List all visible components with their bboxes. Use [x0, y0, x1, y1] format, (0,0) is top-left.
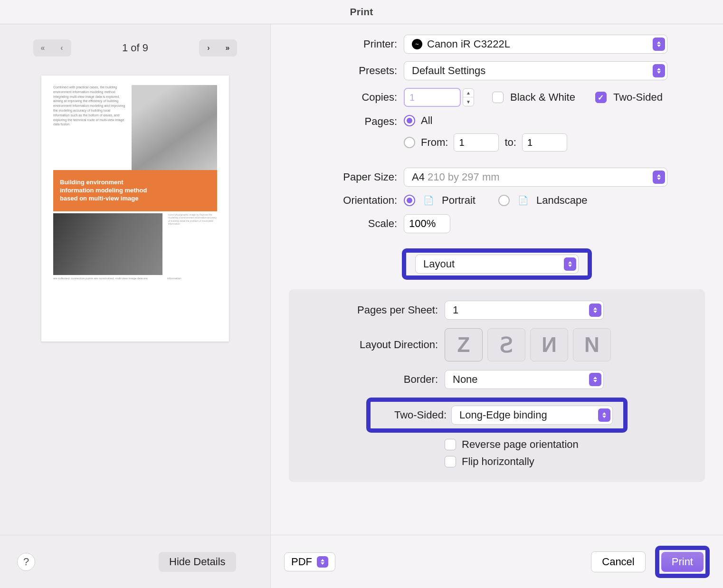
print-button-highlight: Print	[655, 546, 710, 578]
paper-size-select[interactable]: A4 210 by 297 mm	[404, 168, 667, 187]
paper-size-label: Paper Size:	[285, 171, 404, 183]
preview-thumbnail: Combined with practical cases, the build…	[41, 76, 229, 341]
copies-stepper[interactable]: ▲ ▼	[404, 88, 474, 107]
presets-label: Presets:	[285, 65, 404, 77]
reverse-orientation-label: Reverse page orientation	[462, 438, 579, 451]
black-white-checkbox[interactable]	[492, 92, 504, 103]
print-button[interactable]: Print	[661, 552, 704, 572]
hide-details-button[interactable]: Hide Details	[159, 552, 236, 572]
portrait-radio[interactable]	[404, 195, 415, 206]
layout-direction-label: Layout Direction:	[297, 339, 445, 351]
thumb-banner: Building environment information modelin…	[53, 170, 217, 211]
thumb-footer: are collected; connection points are con…	[53, 277, 153, 280]
two-sided-value: Long-Edge binding	[459, 409, 547, 421]
flip-horizontally-label: Flip horizontally	[462, 455, 534, 468]
printer-value: Canon iR C3222L	[427, 38, 510, 50]
select-handle-icon	[564, 257, 576, 271]
prev-page-icon: ‹	[52, 39, 71, 57]
thumb-image-bottom	[53, 213, 162, 275]
pdf-label: PDF	[291, 556, 312, 568]
paper-size-hint: 210 by 297 mm	[428, 171, 500, 183]
two-sided-label: Two-Sided	[613, 91, 663, 104]
flip-horizontally-checkbox[interactable]	[445, 456, 456, 467]
pages-per-sheet-value: 1	[453, 304, 458, 316]
last-page-icon: »	[218, 39, 237, 57]
step-down-icon: ▼	[463, 97, 474, 106]
next-page-icon: ›	[199, 39, 218, 57]
pages-per-sheet-select[interactable]: 1	[445, 301, 604, 320]
presets-value: Default Settings	[412, 65, 485, 77]
copies-label: Copies:	[285, 91, 404, 104]
cancel-button[interactable]: Cancel	[591, 551, 645, 572]
layout-direction-3[interactable]: И	[530, 328, 568, 361]
select-handle-icon	[589, 373, 601, 386]
layout-direction-1[interactable]: Z	[445, 328, 483, 361]
preview-footer: ? Hide Details	[0, 535, 270, 588]
pages-all-label: All	[421, 114, 432, 127]
two-sided-checkbox[interactable]: ✓	[595, 92, 607, 103]
select-handle-icon	[598, 408, 610, 422]
window-title: Print	[0, 0, 723, 24]
banner-line-2: information modeling method	[60, 187, 210, 195]
landscape-label: Landscape	[536, 194, 588, 207]
pages-label: Pages:	[285, 114, 404, 128]
two-sided-select[interactable]: Long-Edge binding	[451, 406, 613, 425]
select-handle-icon	[589, 303, 601, 317]
settings-pane: Printer: ~ Canon iR C3222L Presets: Defa…	[271, 24, 723, 588]
pages-per-sheet-label: Pages per Sheet:	[297, 304, 445, 316]
orientation-label: Orientation:	[285, 194, 404, 207]
border-select[interactable]: None	[445, 370, 604, 389]
help-button[interactable]: ?	[17, 553, 35, 571]
chevron-down-icon	[317, 556, 328, 568]
next-page-group[interactable]: › »	[199, 39, 237, 57]
two-sided-row-label: Two-Sided:	[375, 409, 447, 421]
presets-select[interactable]: Default Settings	[404, 61, 667, 80]
pages-from-input[interactable]	[454, 133, 499, 152]
select-handle-icon	[653, 38, 665, 51]
scale-input[interactable]	[404, 214, 450, 233]
layout-panel: Pages per Sheet: 1 Layout Direction: Z Ƨ…	[289, 289, 705, 482]
black-white-label: Black & White	[510, 91, 575, 104]
printer-status-icon: ~	[412, 39, 422, 49]
banner-line-3: based on multi-view image	[60, 195, 210, 203]
thumb-intro-text: Combined with practical cases, the build…	[53, 85, 126, 171]
paper-size-value: A4	[412, 171, 425, 183]
portrait-icon: 📄	[422, 195, 435, 206]
layout-section-value: Layout	[423, 258, 455, 270]
thumb-image-top	[132, 85, 217, 171]
two-sided-highlight: Two-Sided: Long-Edge binding	[366, 398, 628, 433]
stepper-arrows[interactable]: ▲ ▼	[463, 88, 474, 106]
thumb-side-text: round photographic image by improve the …	[168, 213, 217, 275]
landscape-icon: 📄	[516, 195, 530, 206]
border-label: Border:	[297, 373, 445, 386]
pages-all-radio[interactable]	[404, 115, 415, 126]
landscape-radio[interactable]	[498, 195, 510, 206]
reverse-orientation-checkbox[interactable]	[445, 439, 456, 450]
layout-direction-2[interactable]: Ƨ	[487, 328, 525, 361]
printer-select[interactable]: ~ Canon iR C3222L	[404, 35, 667, 54]
select-handle-icon	[653, 171, 665, 184]
banner-line-1: Building environment	[60, 179, 210, 187]
printer-label: Printer:	[285, 38, 404, 50]
page-counter: 1 of 9	[122, 42, 148, 54]
layout-direction-4[interactable]: N	[573, 328, 611, 361]
thumb-footer-col: information	[167, 277, 217, 280]
layout-section-select[interactable]: Layout	[415, 255, 579, 274]
pdf-menu-button[interactable]: PDF	[284, 552, 335, 571]
scale-label: Scale:	[285, 218, 404, 230]
step-up-icon: ▲	[463, 89, 474, 97]
preview-pane: « ‹ 1 of 9 › » Combined with practical c…	[0, 24, 271, 588]
select-handle-icon	[653, 64, 665, 77]
portrait-label: Portrait	[442, 194, 476, 207]
pages-to-input[interactable]	[522, 133, 567, 152]
border-value: None	[453, 373, 478, 386]
prev-page-group[interactable]: « ‹	[33, 39, 71, 57]
content-area: « ‹ 1 of 9 › » Combined with practical c…	[0, 24, 723, 588]
layout-section-highlight: Layout	[402, 248, 592, 280]
pages-to-label: to:	[504, 136, 516, 149]
settings-footer: PDF Cancel Print	[271, 535, 723, 588]
preview-nav: « ‹ 1 of 9 › »	[0, 24, 270, 62]
pages-from-label: From:	[421, 136, 448, 149]
copies-input[interactable]	[404, 88, 461, 107]
pages-range-radio[interactable]	[404, 137, 415, 148]
